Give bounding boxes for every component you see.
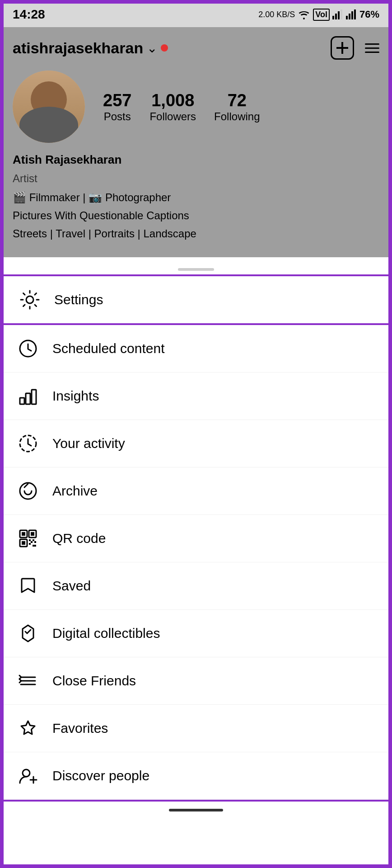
archive-icon (16, 479, 40, 503)
close-friends-label: Close Friends (52, 673, 136, 689)
following-count: 72 (228, 91, 247, 110)
svg-point-16 (20, 483, 36, 499)
status-bar: 14:28 2.00 KB/S Vol 76% (0, 0, 392, 27)
svg-rect-5 (349, 14, 350, 19)
menu-item-discover[interactable]: Discover people (2, 752, 390, 800)
insights-label: Insights (52, 388, 99, 404)
menu-item-activity[interactable]: Your activity (2, 420, 390, 467)
discover-label: Discover people (52, 768, 149, 783)
posts-count: 257 (103, 91, 131, 110)
posts-stat[interactable]: 257 Posts (103, 91, 131, 123)
bio-line1: 🎬 Filmmaker | 📷 Photographer (13, 189, 379, 206)
qr-label: QR code (52, 531, 106, 546)
svg-point-10 (26, 296, 33, 303)
dropdown-icon[interactable]: ⌄ (147, 41, 157, 56)
menu-item-collectibles[interactable]: Digital collectibles (2, 610, 390, 657)
activity-label: Your activity (52, 436, 125, 451)
svg-rect-4 (346, 16, 348, 19)
volte-icon: Vol (313, 9, 330, 21)
svg-rect-24 (33, 539, 34, 541)
scheduled-icon (16, 337, 40, 360)
svg-rect-23 (29, 539, 31, 541)
followers-label: Followers (149, 110, 196, 123)
hamburger-button[interactable] (365, 43, 379, 53)
favorites-label: Favorites (52, 721, 108, 736)
svg-rect-2 (338, 11, 340, 19)
speed-indicator: 2.00 KB/S (258, 10, 295, 19)
svg-rect-0 (332, 16, 334, 19)
following-stat[interactable]: 72 Following (214, 91, 260, 123)
svg-rect-20 (31, 532, 34, 536)
svg-rect-1 (335, 14, 337, 19)
signal2-icon (346, 9, 357, 19)
profile-bio: Atish Rajasekharan Artist 🎬 Filmmaker | … (13, 151, 379, 242)
svg-rect-28 (33, 545, 36, 547)
menu-item-archive[interactable]: Archive (2, 467, 390, 515)
qr-icon (16, 527, 40, 550)
battery-icon: 76% (359, 9, 379, 20)
avatar[interactable] (13, 71, 85, 143)
bottom-bar (0, 802, 392, 821)
profile-info-row: 257 Posts 1,008 Followers 72 Following (13, 71, 379, 143)
svg-rect-7 (354, 9, 356, 19)
svg-rect-12 (20, 398, 24, 404)
menu-item-qr[interactable]: QR code (2, 515, 390, 562)
menu-item-favorites[interactable]: Favorites (2, 705, 390, 752)
svg-rect-26 (34, 541, 36, 543)
close-friends-icon (16, 669, 40, 693)
settings-label: Settings (54, 292, 103, 307)
home-indicator (169, 809, 223, 811)
wifi-icon (298, 9, 310, 19)
svg-rect-18 (22, 532, 25, 536)
bio-role: Artist (13, 170, 379, 187)
menu-item-insights[interactable]: Insights (2, 373, 390, 420)
bio-line2: Pictures With Questionable Captions (13, 208, 379, 224)
svg-rect-25 (31, 541, 33, 543)
posts-label: Posts (104, 110, 131, 123)
followers-stat[interactable]: 1,008 Followers (149, 91, 196, 123)
menu-item-saved[interactable]: Saved (2, 562, 390, 610)
header-actions (331, 36, 379, 60)
signal-icon (332, 9, 343, 19)
bio-name: Atish Rajasekharan (13, 151, 379, 169)
online-dot (161, 44, 168, 52)
menu-sheet: Settings Scheduled content Insights (0, 274, 392, 802)
activity-icon (16, 432, 40, 455)
settings-icon (18, 288, 42, 311)
insights-icon (16, 384, 40, 408)
add-post-button[interactable] (331, 36, 354, 60)
profile-header: atishrajasekharan ⌄ (13, 36, 379, 60)
svg-point-32 (23, 769, 30, 777)
followers-count: 1,008 (151, 91, 194, 110)
saved-icon (16, 574, 40, 598)
svg-rect-22 (22, 541, 25, 545)
saved-label: Saved (52, 578, 91, 594)
svg-rect-14 (32, 390, 36, 404)
scheduled-label: Scheduled content (52, 341, 165, 356)
profile-section: atishrajasekharan ⌄ 257 Post (0, 27, 392, 257)
favorites-icon (16, 717, 40, 740)
svg-rect-3 (341, 9, 342, 19)
avatar-image (13, 71, 85, 143)
status-icons: 2.00 KB/S Vol 76% (258, 9, 379, 21)
archive-label: Archive (52, 483, 98, 499)
menu-item-settings[interactable]: Settings (2, 274, 390, 325)
sheet-handle-area (0, 261, 392, 274)
following-label: Following (214, 110, 260, 123)
menu-item-scheduled[interactable]: Scheduled content (2, 325, 390, 373)
drag-handle (178, 268, 214, 271)
bio-line3: Streets | Travel | Portraits | Landscape (13, 226, 379, 242)
status-time: 14:28 (13, 7, 45, 22)
svg-rect-6 (351, 11, 353, 19)
svg-rect-13 (26, 393, 30, 404)
svg-rect-27 (29, 543, 31, 545)
username-row: atishrajasekharan ⌄ (13, 39, 168, 57)
discover-icon (16, 764, 40, 788)
menu-item-close-friends[interactable]: Close Friends (2, 657, 390, 705)
stats-row: 257 Posts 1,008 Followers 72 Following (94, 91, 379, 123)
username: atishrajasekharan (13, 39, 143, 57)
collectibles-icon (16, 622, 40, 645)
svg-rect-9 (336, 47, 348, 49)
collectibles-label: Digital collectibles (52, 626, 160, 641)
